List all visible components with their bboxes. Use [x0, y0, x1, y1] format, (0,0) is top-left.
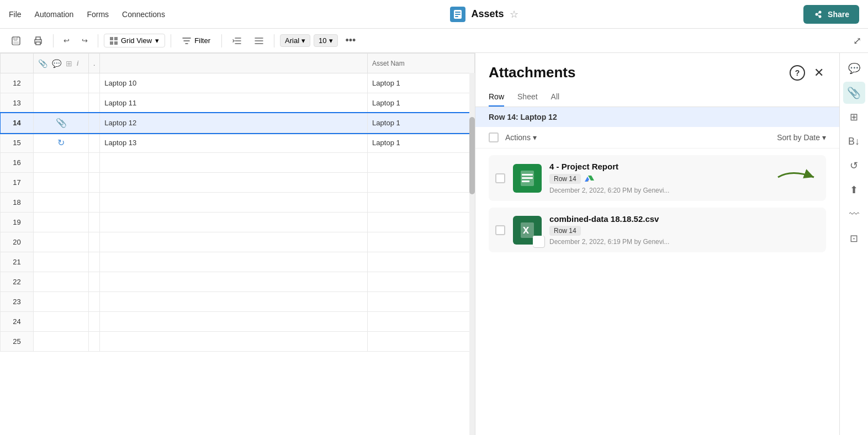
asset-name-cell[interactable] — [368, 193, 475, 213]
asset-label-header — [100, 54, 368, 73]
asset-label-cell[interactable] — [100, 232, 368, 252]
asset-label-cell[interactable] — [100, 272, 368, 292]
activity-sidebar-icon[interactable]: 〰 — [843, 203, 865, 225]
bold-sidebar-icon[interactable]: B↓ — [843, 130, 865, 152]
grid-view-button[interactable]: Grid View ▾ — [104, 34, 165, 47]
favorite-icon[interactable]: ☆ — [510, 8, 518, 20]
upload-sidebar-icon[interactable]: ⬆ — [843, 179, 865, 201]
attach-tabs: Row Sheet All — [475, 88, 839, 107]
nav-connections[interactable]: Connections — [122, 10, 165, 19]
comment-sidebar-icon[interactable]: 💬 — [843, 57, 865, 79]
icon-cell — [34, 213, 89, 232]
item-checkbox[interactable] — [495, 225, 505, 235]
asset-name-cell[interactable]: Laptop 1 — [368, 133, 475, 153]
asset-label-cell[interactable] — [100, 292, 368, 312]
tab-sheet[interactable]: Sheet — [517, 88, 538, 107]
grid-area: 📎 💬 ⊞ i . Asset Nam 12 Laptop 10 Laptop … — [0, 53, 475, 435]
asset-label-cell[interactable] — [100, 173, 368, 193]
asset-label-cell[interactable]: Laptop 10 — [100, 73, 368, 93]
asset-label-cell[interactable] — [100, 312, 368, 332]
more-options-button[interactable]: ••• — [341, 33, 361, 49]
filter-button[interactable]: Filter — [177, 34, 216, 47]
row-num-cell: 20 — [1, 232, 34, 252]
table-sidebar-icon[interactable]: ⊞ — [843, 106, 865, 128]
attachment-sidebar-icon[interactable]: 📎 — [843, 82, 865, 104]
sort-chevron: ▾ — [822, 133, 826, 142]
google-drive-icon — [584, 173, 595, 184]
asset-label-cell[interactable]: Laptop 13 — [100, 133, 368, 153]
redo-button[interactable]: ↪ — [77, 34, 92, 47]
dot-cell — [89, 272, 100, 292]
share-button[interactable]: Share — [803, 5, 859, 24]
save-button[interactable] — [7, 34, 25, 48]
right-sidebar: 💬📎⊞B↓↺⬆〰⊡ — [839, 53, 868, 435]
svg-point-4 — [816, 13, 818, 15]
grid2-sidebar-icon[interactable]: ⊡ — [843, 227, 865, 250]
nav-right: Share — [803, 5, 859, 24]
asset-label-cell[interactable] — [100, 332, 368, 352]
close-button[interactable]: ✕ — [812, 66, 826, 80]
help-button[interactable]: ? — [790, 65, 805, 81]
asset-name-cell[interactable]: Laptop 1 — [368, 113, 475, 133]
nav-forms[interactable]: Forms — [87, 10, 109, 19]
asset-name-cell[interactable]: Laptop 1 — [368, 93, 475, 113]
asset-name-cell[interactable] — [368, 272, 475, 292]
nav-file[interactable]: File — [9, 10, 22, 19]
svg-rect-10 — [36, 37, 40, 40]
icon-cell — [34, 93, 89, 113]
asset-label-cell[interactable] — [100, 153, 368, 173]
sync-cell-icon: ↻ — [57, 138, 65, 147]
tab-all[interactable]: All — [551, 88, 560, 107]
asset-name-cell[interactable]: Laptop 1 — [368, 73, 475, 93]
asset-name-cell[interactable] — [368, 173, 475, 193]
asset-label-cell[interactable] — [100, 193, 368, 213]
asset-name-cell[interactable] — [368, 332, 475, 352]
asset-label-cell[interactable] — [100, 252, 368, 272]
scrollbar[interactable] — [469, 73, 475, 435]
asset-name-cell[interactable] — [368, 292, 475, 312]
file-tags: Row 14 — [549, 226, 819, 236]
font-selector[interactable]: Arial ▾ — [280, 34, 310, 47]
asset-name-cell[interactable] — [368, 213, 475, 232]
row-num-cell: 13 — [1, 93, 34, 113]
select-all-checkbox[interactable] — [489, 132, 499, 142]
row-num-cell: 17 — [1, 173, 34, 193]
actions-chevron: ▾ — [533, 133, 537, 142]
row-num-cell: 24 — [1, 312, 34, 332]
toolbar-sep3 — [171, 34, 171, 47]
icon-cell — [34, 232, 89, 252]
row-num-cell: 21 — [1, 252, 34, 272]
indent-decrease-button[interactable] — [227, 35, 246, 47]
undo-button[interactable]: ↩ — [59, 34, 74, 47]
svg-rect-14 — [110, 41, 113, 45]
asset-label-cell[interactable]: Laptop 12 — [100, 113, 368, 133]
row-num-cell: 22 — [1, 272, 34, 292]
tab-row[interactable]: Row — [489, 88, 504, 107]
attach-item[interactable]: 4 - Project Report Row 14 December 2, 20… — [489, 155, 826, 201]
scroll-thumb[interactable] — [469, 117, 475, 194]
expand-button[interactable]: ⤢ — [853, 35, 861, 47]
asset-label-cell[interactable]: Laptop 11 — [100, 93, 368, 113]
asset-name-cell[interactable] — [368, 232, 475, 252]
file-name: 4 - Project Report — [549, 162, 768, 171]
item-checkbox[interactable] — [495, 173, 505, 183]
row-num-cell: 23 — [1, 292, 34, 312]
file-meta: December 2, 2022, 6:20 PM by Genevi... — [549, 187, 768, 194]
size-selector[interactable]: 10 ▾ — [314, 34, 337, 47]
print-button[interactable] — [29, 34, 47, 48]
dot-header: . — [89, 54, 100, 73]
grid-view-chevron: ▾ — [155, 36, 159, 45]
row-num-header — [1, 54, 34, 73]
asset-name-cell[interactable] — [368, 153, 475, 173]
nav-automation[interactable]: Automation — [35, 10, 74, 19]
indent-increase-button[interactable] — [250, 35, 268, 47]
sort-button[interactable]: Sort by Date ▾ — [777, 133, 826, 142]
file-tag: Row 14 — [549, 174, 581, 184]
asset-name-cell[interactable] — [368, 252, 475, 272]
asset-name-cell[interactable] — [368, 312, 475, 332]
history-sidebar-icon[interactable]: ↺ — [843, 155, 865, 177]
asset-label-cell[interactable] — [100, 213, 368, 232]
attach-item[interactable]: combined-data 18.18.52.csv Row 14 Decemb… — [489, 208, 826, 252]
actions-button[interactable]: Actions ▾ — [505, 133, 537, 142]
row-num-cell: 14 — [1, 113, 34, 133]
